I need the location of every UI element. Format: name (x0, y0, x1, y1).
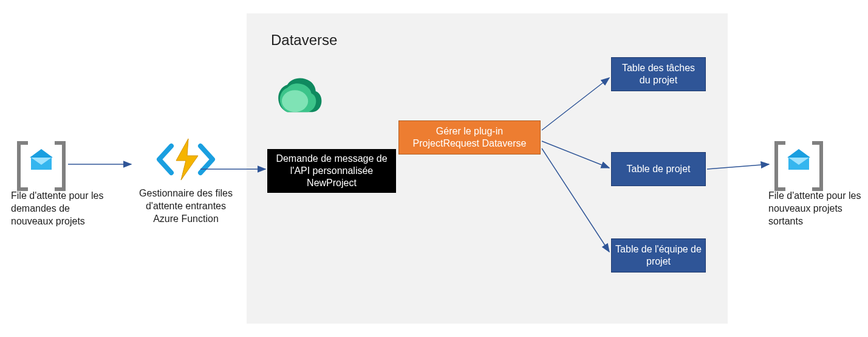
azure-function-label: Gestionnaire des files d'attente entrant… (134, 187, 238, 225)
project-team-table-box: Table de l'équipe de projet (611, 238, 706, 273)
project-table-label: Table de projet (627, 163, 691, 175)
project-table-box: Table de projet (611, 152, 706, 186)
queue-icon (17, 141, 66, 184)
project-tasks-table-box: Table des tâches du projet (611, 57, 706, 91)
dataverse-title: Dataverse (271, 32, 337, 49)
incoming-queue-node: File d'attente pour les demandes de nouv… (11, 141, 108, 228)
svg-point-0 (282, 90, 308, 112)
plugin-box: Gérer le plug-in ProjectRequest Datavers… (398, 120, 541, 155)
custom-api-message-label: Demande de message de l'API personnalisé… (271, 153, 392, 189)
incoming-queue-label: File d'attente pour les demandes de nouv… (11, 190, 108, 228)
azure-function-icon (155, 135, 216, 184)
svg-marker-5 (176, 139, 198, 180)
svg-marker-6 (787, 149, 810, 158)
custom-api-message-box: Demande de message de l'API personnalisé… (267, 149, 396, 193)
dataverse-logo-icon (271, 69, 326, 127)
svg-marker-1 (30, 149, 53, 158)
plugin-label: Gérer le plug-in ProjectRequest Datavers… (403, 125, 536, 150)
azure-function-node: Gestionnaire des files d'attente entrant… (134, 135, 238, 225)
outgoing-queue-node: File d'attente pour les nouveaux projets… (768, 141, 866, 228)
queue-icon (774, 141, 823, 184)
project-tasks-table-label: Table des tâches du projet (615, 62, 702, 86)
outgoing-queue-label: File d'attente pour les nouveaux projets… (768, 190, 866, 228)
project-team-table-label: Table de l'équipe de projet (615, 243, 702, 268)
